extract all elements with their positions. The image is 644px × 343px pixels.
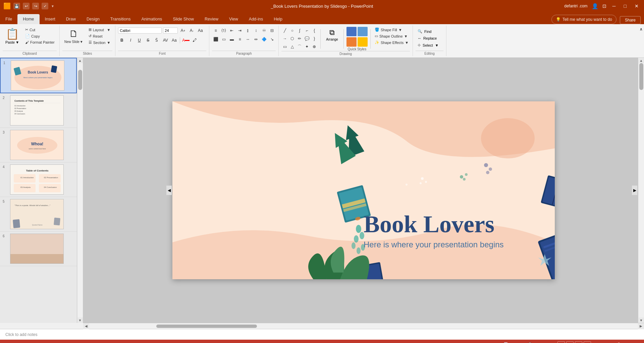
select-button[interactable]: ⊹ Select ▼ (416, 42, 440, 48)
convert-smartart-button[interactable]: ♾ (260, 27, 268, 34)
strikethrough-button[interactable]: S (144, 37, 152, 44)
canvas-scroll-thumb-h[interactable] (156, 325, 257, 328)
canvas-scroll-up[interactable]: ▲ (639, 58, 644, 63)
shape-bend[interactable]: ⌐ (304, 27, 310, 34)
canvas-scroll-left-h[interactable]: ◀ (83, 323, 89, 329)
language-button[interactable]: English (Indonesia) (47, 342, 82, 343)
shape-line[interactable]: ╱ (281, 27, 288, 34)
save-icon[interactable]: 💾 (13, 3, 20, 9)
smartart-btn2[interactable]: 🔷 (260, 36, 268, 43)
scroll-track[interactable] (77, 63, 83, 317)
slide-item-6[interactable]: 6 (0, 232, 77, 266)
undo-icon[interactable]: ↩ (23, 3, 30, 9)
justify-button[interactable]: ≡ (236, 36, 244, 43)
comments-button[interactable]: 💬 Comments (526, 342, 553, 343)
numbering-button[interactable]: ⑴ (220, 27, 227, 34)
shape-rect[interactable]: ▭ (281, 43, 288, 50)
shape-callout[interactable]: 💬 (304, 35, 310, 42)
canvas-scroll-down[interactable]: ▼ (639, 317, 644, 323)
increase-font-button[interactable]: A+ (179, 27, 186, 34)
canvas-scroll-left[interactable]: ◀ (166, 186, 172, 195)
slide-item-5[interactable]: 5 "This is a quote. Words full of wisdom… (0, 197, 77, 232)
paste-button[interactable]: 📋 Paste ▼ (3, 27, 22, 45)
shape-brace[interactable]: } (311, 35, 318, 42)
align-left-button[interactable]: ⬛ (212, 36, 219, 43)
redo-icon[interactable]: ↪ (32, 3, 39, 9)
clear-format-button[interactable]: Aa (197, 27, 204, 34)
canvas-scrollbar-horizontal[interactable]: ◀ ▶ (83, 323, 644, 329)
canvas-scroll-right[interactable]: ▶ (632, 186, 637, 195)
accessibility-check[interactable]: ☑ (34, 342, 41, 343)
tell-me-input[interactable]: 💡 Tell me what you want to do (551, 15, 616, 24)
tab-help[interactable]: Help (268, 14, 288, 24)
tab-design[interactable]: Design (81, 14, 105, 24)
accessibility-icon[interactable]: ✓ (42, 3, 48, 9)
col-count-button[interactable]: ⫿ (244, 27, 252, 34)
canvas-scroll-thumb-v[interactable] (639, 63, 643, 90)
shape-hex[interactable]: ⬡ (289, 35, 296, 42)
shadow-button[interactable]: S̈ (153, 37, 160, 44)
notes-button[interactable]: 📝 Notes (502, 342, 522, 343)
align-right-button[interactable]: ▬ (228, 36, 235, 43)
qs-item-2[interactable] (358, 27, 368, 36)
new-slide-button[interactable]: 🗋 New Slide ▼ (62, 27, 85, 45)
align-center-button[interactable]: ▭ (220, 36, 227, 43)
qs-item-4[interactable] (358, 37, 368, 47)
minimize-button[interactable]: ─ (610, 3, 618, 9)
shape-star[interactable]: ✦ (304, 43, 310, 50)
section-button[interactable]: ☰ Section ▼ (87, 40, 113, 45)
layout-button[interactable]: ⊞ Layout ▼ (87, 27, 113, 33)
qs-item-1[interactable] (346, 27, 357, 36)
shape-curve[interactable]: ∫ (296, 27, 303, 34)
tab-home[interactable]: Home (17, 14, 39, 24)
slide-panel-scrollbar[interactable]: ▲ ▼ (77, 58, 83, 323)
find-button[interactable]: 🔍 Find (416, 28, 440, 35)
tab-animations[interactable]: Animations (136, 14, 168, 24)
replace-button[interactable]: ↔ Replace (416, 35, 440, 41)
scroll-thumb[interactable] (78, 70, 82, 90)
highlight-color-button[interactable]: 🖍 (191, 37, 198, 44)
slide-item-2[interactable]: 2 Contents of This Template 01 Introduct… (0, 93, 77, 128)
tab-review[interactable]: Review (199, 14, 224, 24)
slide-item-4[interactable]: 4 Table of Contents 01 Introduction 02 P… (0, 162, 77, 197)
reset-button[interactable]: ↺ Reset (87, 33, 113, 39)
line-spacing-button[interactable]: ↕ (252, 27, 260, 34)
slide-sorter-button[interactable]: ⊠ (566, 341, 574, 343)
shape-effects-button[interactable]: ✨ Shape Effects ▼ (373, 40, 410, 45)
shape-bracket[interactable]: { (311, 27, 318, 34)
shape-more[interactable]: ⊕ (311, 43, 318, 50)
tab-view[interactable]: View (224, 14, 244, 24)
tab-addins[interactable]: Add-ins (244, 14, 268, 24)
slide-item-3[interactable]: 3 Whoa! some content text here (0, 128, 77, 162)
italic-button[interactable]: I (127, 37, 134, 44)
maximize-button[interactable]: □ (622, 3, 629, 9)
slideshow-button[interactable]: ▶ (584, 341, 591, 343)
copy-button[interactable]: 📄 Copy (23, 33, 57, 39)
increase-indent-button[interactable]: ⇥ (236, 27, 244, 34)
format-painter-button[interactable]: 🖌 Format Painter (23, 40, 57, 45)
user-avatar[interactable]: 👤 (592, 3, 598, 9)
restore-window-icon[interactable]: ⊡ (602, 3, 606, 9)
shape-fill-button[interactable]: 🪣 Shape Fill ▼ (373, 27, 410, 33)
char-spacing-button[interactable]: AV (162, 37, 169, 44)
decrease-font-button[interactable]: A- (188, 27, 195, 34)
text-direction-button[interactable]: ↔ (244, 36, 252, 43)
reading-view-button[interactable]: ↗ (575, 341, 582, 343)
ribbon-collapse-button[interactable]: ∧ (638, 26, 644, 56)
shape-connector[interactable]: ⌒ (296, 43, 303, 50)
tab-file[interactable]: File (0, 14, 17, 24)
shape-arrow[interactable]: → (281, 35, 288, 42)
tab-insert[interactable]: Insert (40, 14, 61, 24)
shape-outline-button[interactable]: ▭ Shape Outline ▼ (373, 33, 410, 39)
text-align-button[interactable]: ⇔ (252, 36, 260, 43)
notes-area[interactable]: Click to add notes (0, 329, 644, 340)
para-dropdown-button[interactable]: ⊟ (268, 27, 276, 34)
customize-dropdown[interactable]: ▼ (51, 4, 54, 8)
qs-item-3[interactable] (346, 37, 357, 47)
share-button[interactable]: Share (620, 16, 641, 24)
font-family-input[interactable] (118, 28, 162, 34)
decrease-indent-button[interactable]: ⇤ (228, 27, 235, 34)
slide-item-1[interactable]: 1 Book Lovers Here is where your present… (0, 58, 77, 93)
cut-button[interactable]: ✂ Cut (23, 27, 57, 33)
canvas-scroll-right-h[interactable]: ▶ (638, 323, 644, 329)
